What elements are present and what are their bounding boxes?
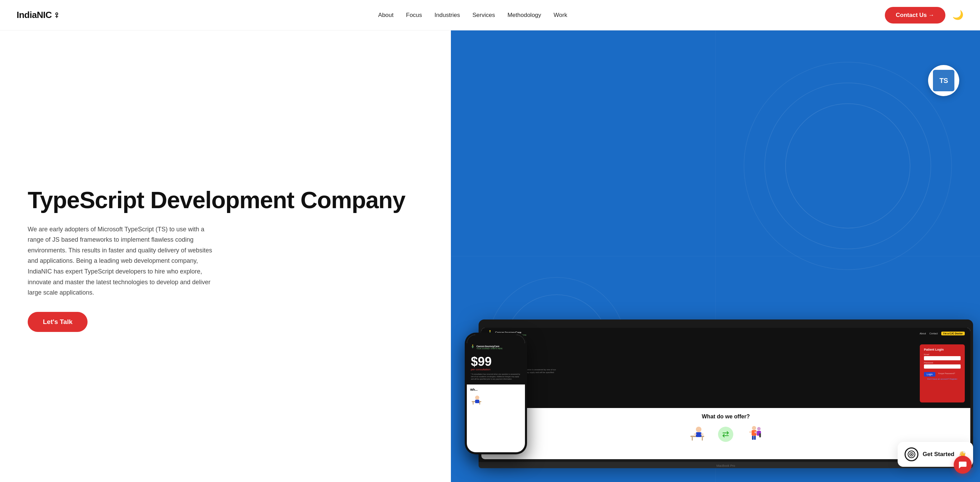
phone-offer-title: Wh...: [470, 388, 522, 392]
phone-body: CancerJourneyCare YOUR JOURNEY STARTS HE…: [465, 333, 527, 454]
phone-brand-name: CancerJourneyCare: [477, 345, 503, 347]
inner-hero: $99* per consultation * A consultation h…: [481, 339, 970, 408]
ts-badge-text: TS: [940, 77, 948, 85]
logo[interactable]: IndiaNIC: [17, 10, 60, 21]
svg-rect-30: [473, 402, 474, 404]
svg-rect-15: [696, 432, 702, 437]
svg-rect-12: [692, 437, 693, 441]
inner-forgot: Forgot Password?: [938, 373, 955, 374]
phone-price-label: per consultation: [471, 368, 521, 371]
nav-industries[interactable]: Industries: [434, 12, 460, 19]
inner-cta-btn: I'm a CJC Doctor: [941, 331, 965, 335]
inner-login-btn: Login: [924, 372, 935, 377]
contact-button[interactable]: Contact Us →: [885, 7, 945, 24]
svg-point-4: [765, 83, 931, 249]
phone-price: $99: [471, 355, 521, 368]
right-panel: TS: [451, 30, 980, 482]
svg-point-24: [757, 427, 760, 430]
inner-website: CancerJourneyCare YOUR JOURNEY STARTS HE…: [481, 328, 970, 459]
phone-offer-icon: [470, 394, 522, 409]
inner-nav-links: About Contact I'm a CJC Doctor: [920, 331, 965, 335]
svg-point-10: [489, 330, 491, 331]
logo-text: IndiaNIC: [17, 10, 52, 21]
get-started-icon: [905, 447, 918, 461]
svg-point-3: [786, 104, 910, 228]
nav-methodology[interactable]: Methodology: [507, 12, 541, 19]
inner-nav-contact: Contact: [929, 332, 938, 335]
svg-rect-20: [749, 431, 752, 433]
phone-hero-content: $99 per consultation * A consultation ha…: [467, 351, 525, 384]
nav-focus[interactable]: Focus: [406, 12, 422, 19]
inner-password-field: [924, 365, 961, 369]
svg-point-5: [744, 62, 951, 270]
macbook-body: CancerJourneyCare YOUR JOURNEY STARTS HE…: [479, 319, 973, 462]
svg-rect-31: [479, 402, 480, 404]
chat-bubble-button[interactable]: [954, 456, 972, 474]
svg-rect-22: [752, 436, 754, 440]
phone-screen: CancerJourneyCare YOUR JOURNEY STARTS HE…: [467, 335, 525, 452]
phone-inner-nav: CancerJourneyCare YOUR JOURNEY STARTS HE…: [467, 343, 525, 351]
phone-offer: Wh...: [467, 384, 525, 412]
svg-point-18: [752, 426, 756, 430]
svg-point-32: [475, 396, 479, 400]
svg-rect-23: [754, 436, 756, 440]
inner-nav: CancerJourneyCare YOUR JOURNEY STARTS HE…: [481, 328, 970, 339]
inner-nav-about: About: [920, 332, 926, 335]
svg-rect-16: [694, 434, 697, 434]
offer-icon-1: [687, 424, 710, 445]
inner-price: $99*: [487, 344, 914, 360]
nav-about[interactable]: About: [378, 12, 393, 19]
macbook-screen: CancerJourneyCare YOUR JOURNEY STARTS HE…: [481, 328, 970, 459]
inner-per-label: per consultation: [487, 362, 914, 365]
svg-point-28: [472, 345, 473, 346]
nav-work[interactable]: Work: [554, 12, 567, 19]
offer-icon-separator: [718, 427, 733, 442]
typescript-badge: TS: [928, 65, 959, 96]
main-nav: About Focus Industries Services Methodol…: [378, 12, 567, 19]
inner-register: Don't have an account? Register: [924, 378, 961, 380]
left-panel: TypeScript Development Company We are ea…: [0, 30, 451, 482]
svg-rect-17: [701, 434, 703, 434]
inner-price-section: $99* per consultation * A consultation h…: [487, 344, 914, 403]
phone-brand-tagline: YOUR JOURNEY STARTS HERE: [477, 347, 503, 350]
dark-mode-button[interactable]: 🌙: [952, 10, 963, 21]
ts-badge-inner: TS: [933, 70, 955, 91]
svg-rect-13: [702, 437, 703, 441]
offer-icon-2: [741, 424, 764, 445]
svg-point-36: [911, 453, 912, 455]
svg-point-0: [56, 13, 58, 15]
get-started-text: Get Started: [923, 451, 955, 458]
svg-rect-27: [759, 433, 761, 438]
phone-mockup: CancerJourneyCare YOUR JOURNEY STARTS HE…: [465, 333, 527, 454]
inner-login-box: Patient Login Email Password Login Forgo…: [920, 344, 965, 403]
lets-talk-button[interactable]: Let's Talk: [28, 312, 88, 332]
phone-notch-cutout: [485, 336, 506, 341]
logo-icon: [52, 11, 60, 20]
header-actions: Contact Us → 🌙: [885, 7, 963, 24]
macbook-notch: [724, 322, 728, 327]
inner-offer-title: What do we offer?: [487, 414, 965, 420]
phone-disclaimer: * A consultation has occurred when one q…: [471, 373, 521, 381]
inner-email-field: [924, 356, 961, 360]
svg-rect-26: [755, 432, 757, 433]
svg-point-14: [696, 427, 702, 432]
hero-description: We are early adopters of Microsoft TypeS…: [28, 224, 221, 298]
main-container: TypeScript Development Company We are ea…: [0, 30, 980, 482]
nav-services[interactable]: Services: [473, 12, 495, 19]
inner-offer-section: What do we offer?: [481, 408, 970, 450]
phone-notch: [467, 335, 525, 343]
inner-login-title: Patient Login: [924, 348, 961, 351]
svg-rect-33: [475, 400, 479, 403]
hero-title: TypeScript Development Company: [28, 187, 430, 212]
inner-offer-icons: [487, 424, 965, 445]
